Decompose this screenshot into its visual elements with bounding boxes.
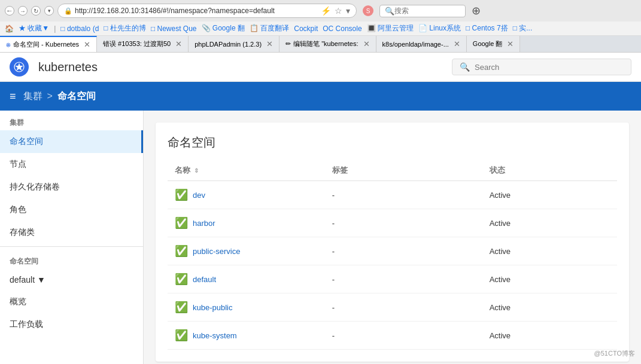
browser-history-btn[interactable]: ▾: [44, 6, 54, 16]
sidebar-item-nodes[interactable]: 节点: [0, 153, 143, 176]
url-text: http://192.168.20.10:31486/#!/namespace?…: [75, 7, 317, 15]
bookmark-oc-console[interactable]: OC Console: [323, 25, 361, 33]
bookmark-baidu-trans[interactable]: 📋 百度翻译: [250, 23, 289, 33]
namespace-link-1[interactable]: harbor: [193, 219, 215, 228]
sidebar-item-pv[interactable]: 持久化存储卷: [0, 176, 143, 198]
tab-edit-close[interactable]: ✕: [363, 39, 370, 48]
tab-phpldap-label: phpLDAPadmin (1.2.3): [195, 41, 262, 48]
browser-top: ← → ↻ ▾ 🔒 http://192.168.20.10:31486/#!/…: [0, 0, 641, 22]
table-row: ✅ default - Active: [168, 265, 617, 293]
hamburger-menu-icon[interactable]: ≡: [10, 90, 16, 103]
tab-k8s-icon: ⎈: [6, 40, 11, 49]
bookmark-aliyun[interactable]: 🔳 阿里云管理: [367, 23, 414, 33]
app-title: kubernetes: [38, 60, 98, 74]
status-check-icon-2: ✅: [175, 244, 188, 258]
table-row: ✅ public-service - Active: [168, 237, 617, 265]
bookmark-du[interactable]: □ 杜先生的博: [104, 23, 146, 33]
tab-k8s-image-close[interactable]: ✕: [454, 39, 460, 48]
extension-icon[interactable]: S: [363, 5, 373, 16]
namespace-link-4[interactable]: kube-public: [193, 303, 233, 312]
sidebar-namespace-dropdown-label: default: [10, 275, 35, 285]
browser-forward-btn[interactable]: →: [18, 6, 28, 16]
cell-name-4: ✅ kube-public: [168, 293, 325, 322]
status-check-icon-3: ✅: [175, 273, 188, 286]
table-row: ✅ harbor - Active: [168, 209, 617, 237]
search-input[interactable]: [475, 63, 624, 72]
col-header-name[interactable]: 名称 ⇕: [168, 160, 325, 181]
browser-menu-btn[interactable]: ⊕: [472, 4, 481, 17]
namespace-link-3[interactable]: default: [193, 275, 216, 284]
table-row: ✅ kube-public - Active: [168, 293, 617, 322]
sidebar-item-storage[interactable]: 存储类: [0, 221, 143, 244]
status-check-icon-4: ✅: [175, 301, 188, 314]
cell-name-1: ✅ harbor: [168, 209, 325, 237]
sidebar-item-workload[interactable]: 工作负载: [0, 313, 143, 336]
tab-edit-icon: ✏: [285, 40, 291, 48]
bookmark-star-icon[interactable]: ⚡: [321, 6, 331, 16]
namespace-link-5[interactable]: kube-system: [193, 331, 237, 340]
browser-search[interactable]: 🔍: [379, 5, 466, 17]
sidebar-nodes-label: 节点: [10, 159, 26, 169]
col-header-label: 标签: [325, 160, 482, 181]
search-lens-icon: 🔍: [385, 7, 394, 16]
tab-edit[interactable]: ✏ 编辑随笔 "kubernetes: ✕: [280, 36, 376, 52]
url-bar[interactable]: 🔒 http://192.168.20.10:31486/#!/namespac…: [57, 4, 357, 18]
app-header: kubernetes 🔍: [0, 53, 641, 82]
tab-phpldap[interactable]: phpLDAPadmin (1.2.3) ✕: [189, 36, 280, 52]
bookmark-cockpit[interactable]: Cockpit: [294, 25, 318, 33]
sidebar-item-overview[interactable]: 概览: [0, 290, 143, 313]
content-title: 命名空间: [168, 134, 617, 151]
sidebar-roles-label: 角色: [10, 204, 26, 214]
sidebar-storage-label: 存储类: [10, 227, 35, 237]
table-header: 名称 ⇕ 标签 状态: [168, 160, 617, 181]
tab-namespace[interactable]: ⎈ 命名空间 - Kubernetes ✕: [0, 36, 97, 52]
table-body: ✅ dev - Active ✅ harbor - Active ✅ publi…: [168, 181, 617, 350]
cell-name-3: ✅ default: [168, 265, 325, 293]
namespace-link-2[interactable]: public-service: [193, 247, 240, 256]
cell-label-1: -: [325, 209, 482, 237]
bookmark-more[interactable]: □ 实...: [513, 23, 533, 33]
browser-search-input[interactable]: [394, 7, 460, 15]
watermark: @51CTO博客: [594, 349, 635, 358]
sidebar-item-roles[interactable]: 角色: [0, 198, 143, 221]
cell-name-5: ✅ kube-system: [168, 322, 325, 350]
tab-google-label: Google 翻: [473, 39, 503, 48]
bookmark-collections[interactable]: ★ 收藏▼: [19, 23, 49, 33]
breadcrumb-parent[interactable]: 集群: [23, 90, 42, 103]
tab-error-close[interactable]: ✕: [175, 39, 182, 48]
browser-chrome: ← → ↻ ▾ 🔒 http://192.168.20.10:31486/#!/…: [0, 0, 641, 53]
cell-status-4: Active: [482, 293, 617, 322]
bookmark-linux[interactable]: 📄 Linux系统: [418, 23, 461, 33]
url-menu-icon[interactable]: ▾: [346, 6, 350, 16]
sidebar-pv-label: 持久化存储卷: [10, 182, 60, 191]
search-bar[interactable]: 🔍: [452, 59, 631, 75]
bookmark-google-trans[interactable]: 📎 Google 翻: [202, 23, 245, 33]
browser-back-btn[interactable]: ←: [5, 6, 14, 16]
sidebar-item-namespace[interactable]: 命名空间: [0, 130, 143, 153]
tab-k8s-image[interactable]: k8s/openldap/image-... ✕: [376, 36, 467, 52]
tab-phpldap-close[interactable]: ✕: [266, 39, 273, 48]
tab-namespace-close[interactable]: ✕: [84, 40, 90, 49]
home-icon[interactable]: 🏠: [5, 25, 14, 33]
cell-label-5: -: [325, 322, 482, 350]
browser-refresh-btn[interactable]: ↻: [31, 6, 41, 16]
sidebar-namespace-label: 命名空间: [10, 136, 43, 146]
sidebar-namespace-dropdown[interactable]: default ▼: [0, 269, 143, 290]
namespace-link-0[interactable]: dev: [193, 191, 205, 200]
cell-name-2: ✅ public-service: [168, 237, 325, 265]
bookmark-newest[interactable]: □ Newest Que: [151, 25, 197, 33]
bookmark-centos[interactable]: □ Centos 7搭: [466, 23, 508, 33]
table-row: ✅ dev - Active: [168, 181, 617, 209]
cell-status-3: Active: [482, 265, 617, 293]
tab-namespace-label: 命名空间 - Kubernetes: [13, 40, 79, 49]
tab-error-label: 错误 #10353: 过渡期50: [103, 39, 171, 48]
tab-google[interactable]: Google 翻 ✕: [467, 36, 521, 52]
tab-google-close[interactable]: ✕: [507, 39, 514, 48]
tab-error[interactable]: 错误 #10353: 过渡期50 ✕: [97, 36, 189, 52]
search-icon: 🔍: [460, 62, 470, 72]
content-area: 命名空间 名称 ⇕ 标签 状态 ✅ dev: [144, 111, 641, 364]
bookmark-dotbalo[interactable]: □ dotbalo (d: [60, 25, 99, 33]
sidebar-workload-label: 工作负载: [10, 319, 43, 329]
breadcrumb: 集群 > 命名空间: [23, 90, 96, 103]
bookmark-icon[interactable]: ☆: [335, 6, 342, 16]
